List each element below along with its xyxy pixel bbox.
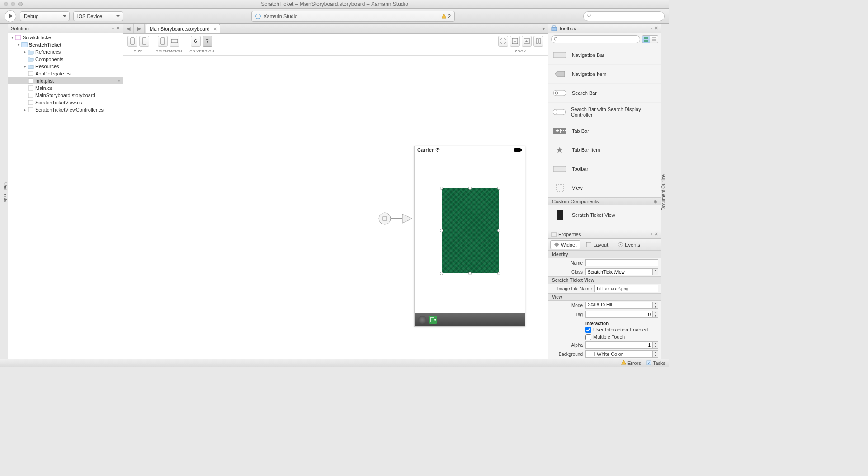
resize-handle-ne[interactable]: [497, 187, 500, 190]
tasks-pad-button[interactable]: Tasks: [646, 360, 665, 366]
image-filename-input[interactable]: [594, 285, 658, 292]
file-infoplist[interactable]: Info.plist▫: [8, 77, 123, 84]
resize-handle-w[interactable]: [440, 229, 443, 232]
battery-icon: [514, 147, 522, 153]
orientation-landscape-button[interactable]: [170, 36, 179, 47]
zoom-fit-button[interactable]: [498, 36, 508, 47]
project-node[interactable]: ▾ ScratchTicket: [8, 41, 123, 48]
pad-close-icon[interactable]: ✕: [654, 231, 658, 237]
entry-point-arrow[interactable]: [378, 212, 413, 226]
resize-handle-s[interactable]: [468, 272, 472, 275]
resize-handle-n[interactable]: [468, 187, 472, 190]
pad-options-icon[interactable]: ▫: [651, 231, 652, 237]
tag-stepper[interactable]: ▴▾: [653, 311, 658, 318]
user-interaction-checkbox[interactable]: [585, 327, 591, 333]
orientation-label: ORIENTATION: [156, 49, 182, 53]
size-iphone5-button[interactable]: [139, 36, 149, 47]
toolbox-list[interactable]: Navigation Bar Navigation Item Search Ba…: [548, 46, 661, 230]
nav-back-button[interactable]: ◀: [123, 24, 134, 33]
file-appdelegate[interactable]: AppDelegate.cs: [8, 70, 123, 77]
multiple-touch-checkbox[interactable]: [585, 334, 591, 340]
zoom-actual-button[interactable]: [533, 36, 543, 47]
run-button[interactable]: [5, 10, 16, 22]
first-responder-icon[interactable]: [418, 316, 426, 324]
scratch-ticket-view[interactable]: [442, 188, 499, 273]
storyboard-canvas[interactable]: Carrier: [123, 56, 548, 359]
pad-options-icon[interactable]: ▫: [112, 25, 114, 31]
toolbox-view[interactable]: View: [548, 178, 661, 197]
solution-node[interactable]: ▾ ScratchTicket: [8, 34, 123, 41]
background-select[interactable]: White Color: [585, 350, 653, 358]
toolbox-tab-bar[interactable]: ★|•••Tab Bar: [548, 121, 661, 140]
search-icon: [587, 14, 592, 19]
toolbox-search-bar[interactable]: Search Bar: [548, 84, 661, 103]
resources-folder[interactable]: ▸Resources: [8, 63, 123, 70]
zoom-in-button[interactable]: [522, 36, 532, 47]
tab-overflow-icon[interactable]: ▾: [540, 26, 548, 32]
file-storyboard[interactable]: MainStoryboard.storyboard: [8, 92, 123, 99]
project-icon: [21, 42, 28, 48]
pad-close-icon[interactable]: ✕: [654, 25, 658, 31]
file-main[interactable]: Main.cs: [8, 84, 123, 92]
mode-select[interactable]: Scale To Fill: [585, 302, 653, 309]
global-search[interactable]: [583, 11, 665, 21]
add-component-icon[interactable]: ⊕: [653, 199, 657, 205]
toolbox-search-display[interactable]: Search Bar with Search Display Controlle…: [548, 103, 661, 121]
properties-tabs: Widget Layout Events: [548, 239, 661, 251]
tab-widget[interactable]: Widget: [550, 240, 580, 249]
size-iphone4-button[interactable]: [127, 36, 137, 47]
toolbox-grid-view-button[interactable]: [642, 35, 650, 43]
pad-close-icon[interactable]: ✕: [116, 25, 120, 31]
tab-layout[interactable]: Layout: [582, 240, 612, 249]
alpha-stepper[interactable]: ▴▾: [653, 341, 658, 349]
properties-body[interactable]: Identity Name Class▾ Scratch Ticket View…: [548, 251, 661, 359]
custom-components-header: Custom Components⊕: [548, 197, 661, 205]
zoom-out-button[interactable]: [510, 36, 520, 47]
view-controller-scene[interactable]: Carrier: [414, 146, 525, 327]
tab-events[interactable]: Events: [614, 240, 644, 249]
components-folder[interactable]: Components: [8, 56, 123, 63]
tab-storyboard[interactable]: MainStoryboard.storyboard ✕: [146, 24, 220, 33]
toolbox-scratch-ticket-view[interactable]: Scratch Ticket View: [548, 205, 661, 224]
identity-name-input[interactable]: [585, 259, 658, 266]
resize-handle-e[interactable]: [497, 229, 500, 232]
resize-handle-se[interactable]: [497, 272, 500, 275]
nav-forward-button[interactable]: ▶: [134, 24, 145, 33]
file-scratchticketview[interactable]: ScratchTicketView.cs: [8, 99, 123, 106]
references-folder[interactable]: ▸References: [8, 48, 123, 56]
toolbox-search-input[interactable]: [551, 35, 640, 43]
status-bar: Errors Tasks: [0, 359, 669, 367]
resize-handle-nw[interactable]: [440, 187, 443, 190]
file-viewcontroller[interactable]: ▸ScratchTicketViewController.cs: [8, 106, 123, 113]
close-tab-icon[interactable]: ✕: [213, 26, 217, 32]
svg-point-28: [437, 151, 438, 152]
play-icon: [8, 14, 13, 19]
toolbox-tab-bar-item[interactable]: Tab Bar Item: [548, 140, 661, 159]
ios6-button[interactable]: 6: [191, 36, 201, 47]
toolbox-navigation-item[interactable]: Navigation Item: [548, 65, 661, 84]
unit-tests-pad-tab[interactable]: Unit Tests: [0, 24, 8, 359]
svg-rect-30: [521, 149, 522, 151]
device-selector[interactable]: iOS Device: [73, 11, 123, 21]
svg-rect-29: [514, 148, 521, 152]
orientation-portrait-button[interactable]: [158, 36, 168, 47]
solution-tree[interactable]: ▾ ScratchTicket ▾ ScratchTicket ▸Referen…: [8, 33, 123, 359]
events-icon: [618, 242, 623, 247]
tag-input[interactable]: [585, 311, 653, 318]
warnings-badge[interactable]: 2: [441, 14, 451, 19]
document-outline-pad-tab[interactable]: Document Outline: [661, 24, 669, 359]
exit-icon[interactable]: [429, 316, 437, 324]
file-options-icon[interactable]: ▫: [118, 79, 120, 83]
resize-handle-sw[interactable]: [440, 272, 443, 275]
view-icon: [553, 184, 566, 192]
ios7-button[interactable]: 7: [203, 36, 212, 47]
toolbox-navigation-bar[interactable]: Navigation Bar: [548, 46, 661, 65]
toolbox-toolbar[interactable]: Toolbar: [548, 159, 661, 178]
toolbox-list-view-button[interactable]: [650, 35, 658, 43]
configuration-selector[interactable]: Debug: [20, 11, 70, 21]
errors-pad-button[interactable]: Errors: [621, 360, 641, 366]
identity-class-input[interactable]: [585, 268, 653, 275]
pad-options-icon[interactable]: ▫: [651, 25, 652, 31]
alpha-input[interactable]: [585, 341, 653, 349]
class-dropdown-button[interactable]: ▾: [653, 268, 658, 275]
